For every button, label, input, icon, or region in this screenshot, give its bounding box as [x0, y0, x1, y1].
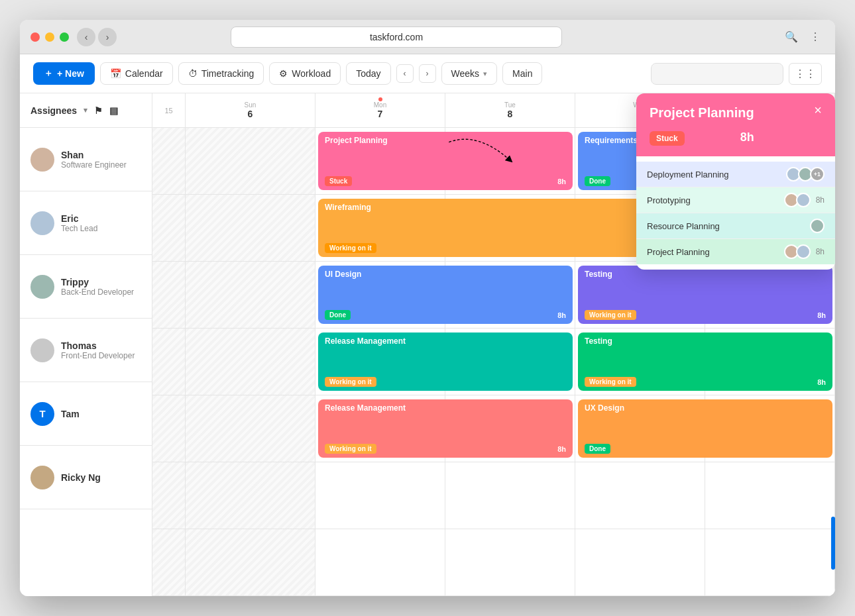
close-button[interactable]: [30, 32, 40, 42]
cal-cell: [705, 462, 835, 529]
assignee-row: Trippy Back-End Developer: [20, 255, 152, 319]
calendar-row-thomas: Release Management Working on it Testing…: [152, 329, 835, 395]
cal-cell: [152, 395, 186, 462]
new-button[interactable]: ＋ + New: [33, 62, 95, 85]
task-hours: 8h: [817, 378, 826, 386]
popup-list: Deployment Planning +1: [636, 156, 835, 270]
calendar-filter-icon[interactable]: ▤: [109, 105, 118, 116]
task-title: Release Management: [325, 336, 566, 346]
calendar-row-tam: [152, 462, 835, 529]
assignee-name: Eric: [61, 213, 97, 224]
popup-avatars: [784, 244, 811, 259]
calendar-row-ricky: [152, 529, 835, 596]
popup-close-button[interactable]: ×: [814, 103, 822, 118]
week-label: 15: [152, 93, 186, 127]
address-bar[interactable]: taskford.com: [231, 26, 562, 48]
search-icon[interactable]: 🔍: [782, 28, 801, 46]
scroll-indicator[interactable]: [831, 517, 835, 570]
cal-cell: [315, 529, 445, 595]
list-item[interactable]: Resource Planning: [636, 213, 835, 239]
filter-icon[interactable]: ⚑: [94, 105, 103, 116]
cal-cell: [152, 329, 186, 395]
cal-cell: [186, 262, 315, 328]
task-card[interactable]: Testing Working on it 8h: [578, 333, 832, 391]
calendar-button[interactable]: 📅 Calendar: [100, 62, 173, 85]
list-item[interactable]: Deployment Planning +1: [636, 162, 835, 187]
cal-cell: [445, 529, 575, 595]
forward-button[interactable]: ›: [98, 28, 117, 46]
browser-titlebar: ‹ › taskford.com 🔍 ⋮: [20, 20, 835, 54]
chevron-down-icon[interactable]: ▾: [84, 106, 87, 115]
day-header-sun6: Sun 6: [186, 93, 315, 127]
cal-cell: [575, 462, 705, 529]
list-item[interactable]: Project Planning 8h: [636, 239, 835, 264]
avatar: [30, 466, 54, 489]
cal-cell: [186, 329, 315, 395]
day-number: 7: [378, 109, 383, 119]
avatar: [30, 275, 54, 299]
avatar: [796, 193, 811, 207]
assignee-name: Thomas: [61, 340, 135, 351]
back-button[interactable]: ‹: [77, 28, 95, 46]
status-badge: Working on it: [325, 444, 376, 454]
avatar: [30, 338, 54, 362]
more-options-icon[interactable]: ⋮: [806, 28, 825, 46]
minimize-button[interactable]: [45, 32, 54, 42]
popup-item-name: Prototyping: [647, 195, 691, 205]
weeks-label: Weeks: [451, 68, 480, 79]
cal-cell: [315, 462, 445, 529]
weeks-button[interactable]: Weeks ▾: [441, 62, 498, 85]
day-header-mon7: Mon 7: [315, 93, 445, 127]
status-badge: Done: [585, 176, 610, 186]
popup-header-content: Project Planning Stuck 8h: [650, 105, 754, 146]
app-content: ＋ + New 📅 Calendar ⏱ Timetracking ⚙ Work…: [20, 54, 835, 596]
popup-panel: Project Planning Stuck 8h × Deployment P…: [636, 93, 835, 270]
popup-item-right: 8h: [784, 193, 825, 207]
nav-left-button[interactable]: ‹: [396, 64, 414, 83]
task-title: UX Design: [585, 403, 826, 413]
assignee-info: Ricky Ng: [61, 472, 101, 483]
nav-right-button[interactable]: ›: [419, 64, 436, 83]
main-button[interactable]: Main: [502, 62, 542, 85]
main-area: Assignees ▾ ⚑ ▤ Shan Software Engineer: [20, 93, 835, 596]
status-badge: Working on it: [585, 310, 636, 320]
popup-item-right: +1: [786, 167, 825, 181]
task-card[interactable]: Release Management Working on it: [318, 333, 573, 391]
assignee-role: Front-End Developer: [61, 351, 135, 360]
popup-item-right: [810, 219, 825, 233]
avatar-plus: +1: [810, 167, 825, 181]
task-card[interactable]: UI Design Done 8h: [318, 266, 573, 324]
day-number: 6: [248, 109, 253, 119]
cal-cell: [186, 462, 315, 529]
plus-icon: ＋: [44, 68, 53, 79]
status-badge: Done: [585, 444, 610, 454]
today-button[interactable]: Today: [346, 62, 390, 85]
popup-hours: 8h: [740, 130, 754, 144]
assignee-info: Thomas Front-End Developer: [61, 340, 135, 360]
popup-title: Project Planning: [650, 105, 754, 121]
grid-view-button[interactable]: ⋮⋮: [789, 63, 822, 85]
search-input[interactable]: [651, 63, 783, 85]
assignee-info: Tam: [61, 409, 80, 419]
task-card[interactable]: Testing Working on it 8h: [578, 266, 832, 324]
assignees-label: Assignees: [30, 105, 77, 116]
maximize-button[interactable]: [60, 32, 69, 42]
chevron-down-icon: ▾: [483, 70, 487, 78]
assignee-row: Shan Software Engineer: [20, 128, 152, 191]
timetracking-label: Timetracking: [201, 68, 255, 79]
workload-button[interactable]: ⚙ Workload: [269, 62, 341, 85]
assignee-row: Ricky Ng: [20, 446, 152, 509]
task-card[interactable]: Project Planning Stuck 8h: [318, 132, 573, 190]
task-title: Testing: [585, 336, 826, 346]
popup-item-hours: 8h: [816, 195, 825, 205]
assignee-name: Trippy: [61, 277, 134, 287]
task-card[interactable]: UX Design Done: [578, 399, 832, 458]
timetracking-button[interactable]: ⏱ Timetracking: [178, 62, 264, 85]
url-text: taskford.com: [370, 32, 423, 42]
assignee-row: T Tam: [20, 382, 152, 446]
clock-icon: ⏱: [188, 68, 198, 79]
cal-cell: [445, 462, 575, 529]
task-card[interactable]: Release Management Working on it 8h: [318, 399, 573, 458]
assignee-role: Software Engineer: [61, 160, 127, 170]
list-item[interactable]: Prototyping 8h: [636, 187, 835, 213]
